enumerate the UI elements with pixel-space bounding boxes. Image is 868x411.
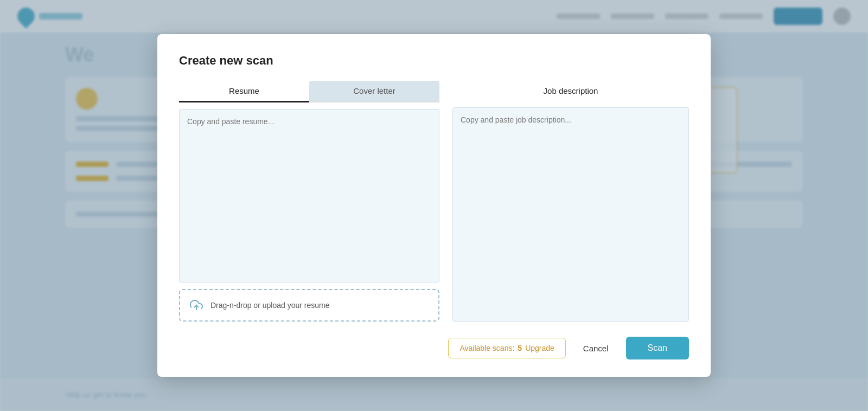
- resume-textarea[interactable]: [179, 109, 439, 282]
- cancel-button[interactable]: Cancel: [575, 338, 617, 358]
- tab-resume[interactable]: Resume: [179, 81, 309, 102]
- tab-cover-letter[interactable]: Cover letter: [309, 81, 439, 101]
- left-panel: Resume Cover letter Drag-n-drop or uploa…: [179, 81, 439, 322]
- upload-label: Drag-n-drop or upload your resume: [210, 301, 329, 310]
- available-scans-label: Available scans:: [459, 344, 514, 352]
- available-scans-count: 5: [518, 344, 522, 352]
- upload-area[interactable]: Drag-n-drop or upload your resume: [179, 289, 439, 322]
- scan-button[interactable]: Scan: [626, 337, 689, 359]
- modal-body: Resume Cover letter Drag-n-drop or uploa…: [179, 81, 689, 322]
- job-description-label: Job description: [452, 81, 689, 101]
- upgrade-link[interactable]: Upgrade: [525, 344, 554, 352]
- modal-title: Create new scan: [179, 54, 689, 68]
- create-scan-modal: Create new scan Resume Cover letter Drag…: [157, 34, 711, 377]
- job-description-textarea[interactable]: [452, 107, 689, 322]
- modal-footer: Available scans: 5 Upgrade Cancel Scan: [179, 337, 689, 359]
- available-scans-box: Available scans: 5 Upgrade: [448, 338, 565, 358]
- upload-icon: [189, 298, 204, 313]
- right-panel: Job description: [452, 81, 689, 322]
- tab-bar: Resume Cover letter: [179, 81, 439, 102]
